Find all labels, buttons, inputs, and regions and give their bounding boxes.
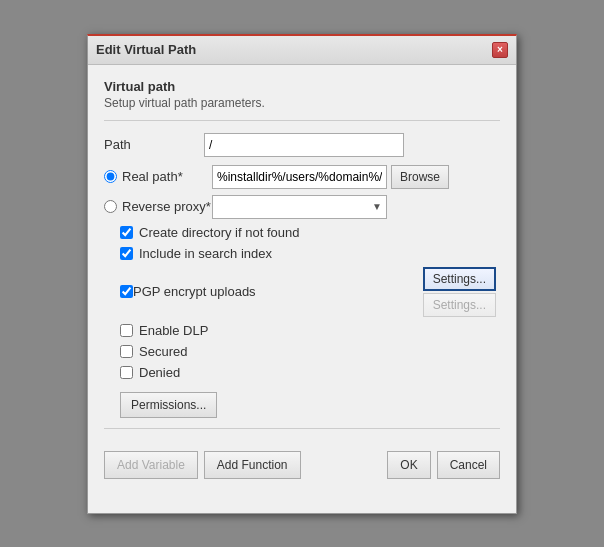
real-path-label: Real path* (122, 169, 212, 184)
include-search-checkbox[interactable] (120, 247, 133, 260)
footer-divider (104, 428, 500, 429)
browse-button[interactable]: Browse (391, 165, 449, 189)
path-row: Path (104, 133, 500, 157)
real-path-input[interactable] (212, 165, 387, 189)
pgp-encrypt-checkbox[interactable] (120, 285, 133, 298)
reverse-proxy-radio[interactable] (104, 200, 117, 213)
dialog-titlebar: Edit Virtual Path × (88, 36, 516, 65)
settings-disabled-button: Settings... (423, 293, 496, 317)
close-button[interactable]: × (492, 42, 508, 58)
pgp-encrypt-row: PGP encrypt uploads (120, 284, 423, 299)
denied-label: Denied (139, 365, 180, 380)
include-search-row: Include in search index (104, 246, 500, 261)
ok-button[interactable]: OK (387, 451, 430, 479)
reverse-proxy-dropdown[interactable]: ▼ (212, 195, 387, 219)
bottom-right-buttons: OK Cancel (387, 451, 500, 479)
real-path-row: Real path* Browse (104, 165, 500, 189)
permissions-row: Permissions... (104, 386, 500, 418)
dropdown-arrow-icon: ▼ (372, 201, 382, 212)
path-label: Path (104, 137, 204, 152)
add-function-button[interactable]: Add Function (204, 451, 301, 479)
section-subtitle: Setup virtual path parameters. (104, 96, 500, 110)
denied-checkbox[interactable] (120, 366, 133, 379)
include-search-label: Include in search index (139, 246, 272, 261)
add-variable-button[interactable]: Add Variable (104, 451, 198, 479)
cancel-button[interactable]: Cancel (437, 451, 500, 479)
denied-row: Denied (104, 365, 500, 380)
secured-checkbox[interactable] (120, 345, 133, 358)
pgp-encrypt-label: PGP encrypt uploads (133, 284, 256, 299)
settings-active-button[interactable]: Settings... (423, 267, 496, 291)
reverse-proxy-label: Reverse proxy* (122, 199, 212, 214)
dialog-bottom: Add Variable Add Function OK Cancel (88, 451, 516, 491)
edit-virtual-path-dialog: Edit Virtual Path × Virtual path Setup v… (87, 34, 517, 514)
permissions-button[interactable]: Permissions... (120, 392, 217, 418)
path-input[interactable] (204, 133, 404, 157)
enable-dlp-row: Enable DLP (104, 323, 500, 338)
dialog-body: Virtual path Setup virtual path paramete… (88, 65, 516, 451)
create-directory-row: Create directory if not found (104, 225, 500, 240)
section-title: Virtual path (104, 79, 500, 94)
section-divider (104, 120, 500, 121)
enable-dlp-label: Enable DLP (139, 323, 208, 338)
enable-dlp-checkbox[interactable] (120, 324, 133, 337)
secured-label: Secured (139, 344, 187, 359)
create-directory-label: Create directory if not found (139, 225, 299, 240)
bottom-left-buttons: Add Variable Add Function (104, 451, 301, 479)
reverse-proxy-row: Reverse proxy* ▼ (104, 195, 500, 219)
settings-buttons-col: Settings... Settings... (423, 267, 496, 317)
real-path-radio[interactable] (104, 170, 117, 183)
dialog-title: Edit Virtual Path (96, 42, 196, 57)
create-directory-checkbox[interactable] (120, 226, 133, 239)
secured-row: Secured (104, 344, 500, 359)
